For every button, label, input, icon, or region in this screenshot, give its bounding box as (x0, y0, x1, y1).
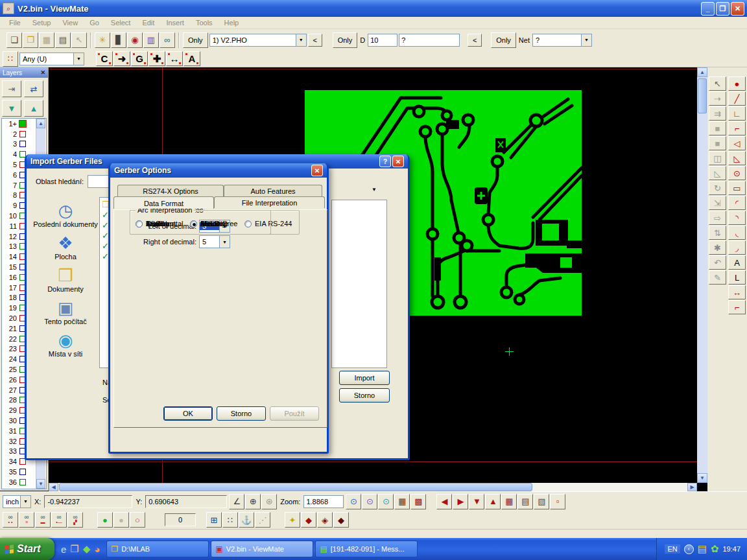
pan-tool-button[interactable]: ▲ (485, 494, 501, 509)
close-icon[interactable]: ✕ (392, 156, 404, 167)
place-item[interactable]: ◉ Místa v síti (32, 332, 99, 358)
status-tool-button[interactable]: ⊛ (261, 494, 277, 509)
import-button[interactable]: Import (339, 371, 390, 385)
pan-tool-button[interactable]: ▧ (534, 494, 549, 509)
chevron-down-icon[interactable]: ▼ (219, 236, 230, 248)
only-net-button[interactable]: Only (491, 32, 516, 48)
menu-item[interactable]: File (4, 18, 26, 28)
views-dropdown-icon[interactable]: ▼ (372, 187, 377, 192)
quick-launch-icon[interactable]: ❒ (70, 543, 78, 555)
draw-tool-button[interactable]: L (728, 270, 746, 285)
layer-insert-button[interactable]: ⇥ (2, 80, 21, 97)
menu-item[interactable]: Select (106, 18, 136, 28)
edit-tool-button[interactable]: ⇢ (709, 91, 726, 106)
aperture-match-combo[interactable]: Any (U) ▼ (19, 52, 84, 65)
edit-tool-button[interactable]: ⇉ (709, 106, 726, 121)
minimize-button[interactable]: _ (701, 2, 715, 16)
toolbar-icon-button[interactable]: ✳ (95, 32, 110, 48)
options-dialog-titlebar[interactable]: Gerber Options ✕ (110, 163, 327, 178)
pattern-button[interactable]: ◈ (317, 512, 333, 528)
snap-tool-button[interactable]: ∷ (222, 512, 238, 528)
zoom-tool-button[interactable]: ⊙ (378, 494, 394, 509)
scroll-down-icon[interactable]: ▼ (697, 473, 707, 483)
toolbar-icon-button[interactable]: ∞ (160, 32, 175, 48)
menu-item[interactable]: Insert (161, 18, 189, 28)
taskbar-task-button[interactable]: ▤ [191-482-091] - Mess... (315, 541, 418, 557)
start-button[interactable]: Start (0, 538, 54, 560)
toolbar-icon-button[interactable]: ↖ (71, 32, 87, 48)
radio-option[interactable]: Quadrant (136, 220, 190, 228)
highlight-button[interactable]: ● (97, 512, 113, 528)
scroll-thumb[interactable] (59, 483, 532, 491)
pan-tool-button[interactable]: ◀ (436, 494, 452, 509)
scroll-right-icon[interactable]: ▶ (687, 483, 697, 491)
draw-tool-button[interactable]: A (728, 255, 746, 270)
radio-option[interactable]: 360 Degree (190, 220, 244, 228)
pattern-button[interactable]: ◆ (333, 512, 349, 528)
dcode-query-input[interactable] (399, 34, 460, 47)
menu-item[interactable]: Help (219, 18, 244, 28)
status-tool-button[interactable]: ∠ (229, 494, 244, 509)
restore-button[interactable]: ❐ (716, 2, 729, 16)
scroll-thumb[interactable] (698, 78, 707, 113)
canvas-vertical-scrollbar[interactable]: ▲ ▼ (697, 67, 707, 483)
menu-item[interactable]: Tools (191, 18, 218, 28)
draw-tool-button[interactable]: ● (728, 76, 746, 91)
layer-up-button[interactable]: ▲ (24, 100, 43, 117)
tab-file-interpretation[interactable]: File Interpretation (214, 196, 325, 208)
scroll-up-icon[interactable]: ▲ (697, 67, 707, 77)
quick-launch-icon[interactable]: e (61, 544, 66, 555)
place-item[interactable]: ◷ Poslední dokumenty (32, 202, 99, 228)
cancel-button[interactable]: Storno (217, 406, 266, 421)
chevron-down-icon[interactable]: ▼ (296, 34, 306, 46)
edit-tool-button[interactable]: ◺ (709, 166, 726, 180)
aperture-code-button[interactable]: C (96, 51, 113, 66)
unit-combo[interactable]: inch ▼ (3, 495, 31, 508)
pan-tool-button[interactable]: ▤ (517, 494, 533, 509)
toolbar-icon-button[interactable]: ▊ (111, 32, 126, 48)
edit-tool-button[interactable]: ⇨ (709, 211, 726, 225)
snap-tool-button[interactable]: ⊞ (206, 512, 222, 528)
scroll-left-icon[interactable]: ◀ (49, 483, 58, 491)
edit-tool-button[interactable]: ◫ (709, 151, 726, 165)
zoom-tool-button[interactable]: ⊙ (346, 494, 361, 509)
layer-row[interactable]: 2 (2, 129, 36, 139)
toolbar-icon-button[interactable]: ❐ (23, 32, 38, 48)
draw-tool-button[interactable]: ◟ (728, 226, 746, 240)
toolbar-icon-button[interactable]: ❏ (6, 32, 22, 48)
layer-combo[interactable]: 1) V2.PHO ▼ (209, 34, 307, 47)
highlight-button[interactable]: ● (113, 512, 129, 528)
layer-color-swatch[interactable] (19, 479, 26, 485)
tab-auto-features[interactable]: Auto Features (224, 185, 322, 196)
toolbar-icon-button[interactable]: ▤ (55, 32, 71, 48)
taskbar-task-button[interactable]: ❒ D:\MLAB (106, 541, 209, 557)
draw-tool-button[interactable]: ╱ (728, 91, 746, 106)
layer-row[interactable]: 1+ (2, 119, 36, 129)
pan-tool-button[interactable]: ▦ (501, 494, 517, 509)
radio-icon[interactable] (190, 220, 197, 228)
draw-tool-button[interactable]: ◞ (728, 240, 746, 255)
zoom-value-input[interactable] (303, 495, 344, 508)
draw-tool-button[interactable]: ∟ (728, 106, 746, 121)
prev-net-button[interactable]: < (468, 34, 482, 47)
zoom-tool-button[interactable]: ⊙ (362, 494, 377, 509)
dcode-value-input[interactable] (368, 34, 397, 47)
snap-tool-button[interactable]: ⋰ (255, 512, 270, 528)
place-item[interactable]: ❖ Plocha (32, 235, 99, 261)
display-mode-button[interactable]: ∞≡ (19, 512, 34, 528)
tray-icq-icon[interactable]: ✿ (711, 543, 719, 555)
toolbar-icon-button[interactable]: ◉ (127, 32, 143, 48)
edit-tool-button[interactable]: ✎ (709, 270, 726, 285)
edit-tool-button[interactable]: ⇅ (709, 226, 726, 240)
pan-tool-button[interactable]: ▶ (453, 494, 468, 509)
layer-row[interactable]: 3 (2, 139, 36, 150)
place-item[interactable]: ▣ Tento počítač (32, 299, 99, 325)
draw-tool-button[interactable]: ⌐ (728, 121, 746, 135)
draw-tool-button[interactable]: ▭ (728, 181, 746, 195)
layer-row[interactable]: 36 (2, 477, 36, 487)
draw-tool-button[interactable]: ◝ (728, 211, 746, 225)
close-button[interactable]: ✕ (731, 2, 744, 16)
aperture-marks-button[interactable]: ∷ (3, 51, 18, 67)
only-dcode-button[interactable]: Only (333, 32, 358, 48)
aperture-code-button[interactable]: G (131, 51, 148, 66)
